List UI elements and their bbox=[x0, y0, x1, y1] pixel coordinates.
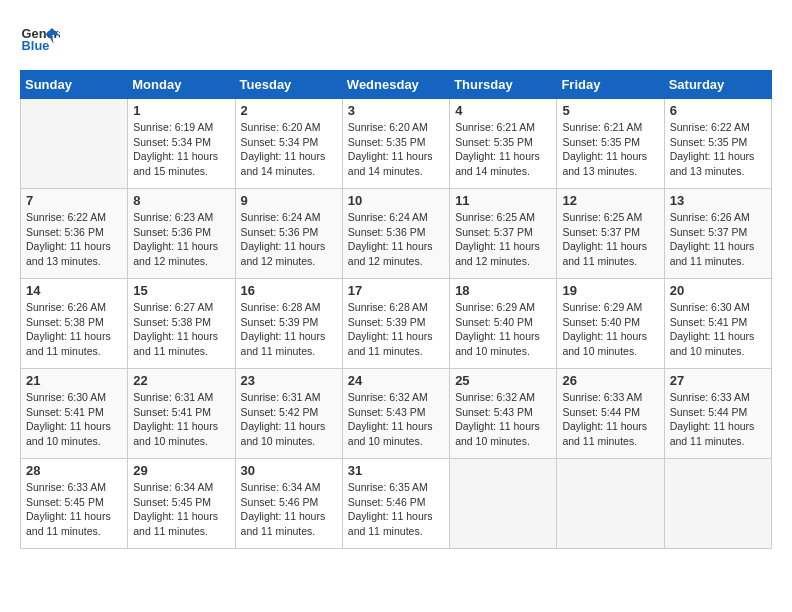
weekday-header-row: SundayMondayTuesdayWednesdayThursdayFrid… bbox=[21, 71, 772, 99]
day-info: Sunrise: 6:28 AM Sunset: 5:39 PM Dayligh… bbox=[241, 300, 337, 359]
calendar-cell: 1Sunrise: 6:19 AM Sunset: 5:34 PM Daylig… bbox=[128, 99, 235, 189]
day-number: 4 bbox=[455, 103, 551, 118]
logo-icon: General Blue bbox=[20, 20, 60, 60]
calendar-cell: 28Sunrise: 6:33 AM Sunset: 5:45 PM Dayli… bbox=[21, 459, 128, 549]
day-number: 2 bbox=[241, 103, 337, 118]
calendar-cell: 31Sunrise: 6:35 AM Sunset: 5:46 PM Dayli… bbox=[342, 459, 449, 549]
day-info: Sunrise: 6:31 AM Sunset: 5:42 PM Dayligh… bbox=[241, 390, 337, 449]
day-info: Sunrise: 6:32 AM Sunset: 5:43 PM Dayligh… bbox=[455, 390, 551, 449]
calendar-cell: 20Sunrise: 6:30 AM Sunset: 5:41 PM Dayli… bbox=[664, 279, 771, 369]
day-number: 22 bbox=[133, 373, 229, 388]
weekday-header-wednesday: Wednesday bbox=[342, 71, 449, 99]
day-number: 6 bbox=[670, 103, 766, 118]
calendar-cell: 2Sunrise: 6:20 AM Sunset: 5:34 PM Daylig… bbox=[235, 99, 342, 189]
day-info: Sunrise: 6:33 AM Sunset: 5:44 PM Dayligh… bbox=[670, 390, 766, 449]
day-number: 27 bbox=[670, 373, 766, 388]
calendar-cell: 11Sunrise: 6:25 AM Sunset: 5:37 PM Dayli… bbox=[450, 189, 557, 279]
calendar-cell: 19Sunrise: 6:29 AM Sunset: 5:40 PM Dayli… bbox=[557, 279, 664, 369]
day-number: 15 bbox=[133, 283, 229, 298]
day-info: Sunrise: 6:26 AM Sunset: 5:37 PM Dayligh… bbox=[670, 210, 766, 269]
calendar-cell: 12Sunrise: 6:25 AM Sunset: 5:37 PM Dayli… bbox=[557, 189, 664, 279]
day-info: Sunrise: 6:19 AM Sunset: 5:34 PM Dayligh… bbox=[133, 120, 229, 179]
day-number: 29 bbox=[133, 463, 229, 478]
day-number: 23 bbox=[241, 373, 337, 388]
day-info: Sunrise: 6:22 AM Sunset: 5:36 PM Dayligh… bbox=[26, 210, 122, 269]
calendar-cell: 9Sunrise: 6:24 AM Sunset: 5:36 PM Daylig… bbox=[235, 189, 342, 279]
day-number: 16 bbox=[241, 283, 337, 298]
day-number: 5 bbox=[562, 103, 658, 118]
calendar-cell: 21Sunrise: 6:30 AM Sunset: 5:41 PM Dayli… bbox=[21, 369, 128, 459]
calendar-cell: 24Sunrise: 6:32 AM Sunset: 5:43 PM Dayli… bbox=[342, 369, 449, 459]
calendar-cell bbox=[557, 459, 664, 549]
day-info: Sunrise: 6:25 AM Sunset: 5:37 PM Dayligh… bbox=[455, 210, 551, 269]
day-number: 20 bbox=[670, 283, 766, 298]
day-info: Sunrise: 6:24 AM Sunset: 5:36 PM Dayligh… bbox=[241, 210, 337, 269]
day-number: 1 bbox=[133, 103, 229, 118]
day-info: Sunrise: 6:20 AM Sunset: 5:35 PM Dayligh… bbox=[348, 120, 444, 179]
calendar-cell: 8Sunrise: 6:23 AM Sunset: 5:36 PM Daylig… bbox=[128, 189, 235, 279]
day-info: Sunrise: 6:21 AM Sunset: 5:35 PM Dayligh… bbox=[455, 120, 551, 179]
day-info: Sunrise: 6:22 AM Sunset: 5:35 PM Dayligh… bbox=[670, 120, 766, 179]
day-number: 30 bbox=[241, 463, 337, 478]
day-info: Sunrise: 6:27 AM Sunset: 5:38 PM Dayligh… bbox=[133, 300, 229, 359]
day-number: 28 bbox=[26, 463, 122, 478]
calendar-week-row: 14Sunrise: 6:26 AM Sunset: 5:38 PM Dayli… bbox=[21, 279, 772, 369]
day-info: Sunrise: 6:25 AM Sunset: 5:37 PM Dayligh… bbox=[562, 210, 658, 269]
calendar-cell: 14Sunrise: 6:26 AM Sunset: 5:38 PM Dayli… bbox=[21, 279, 128, 369]
calendar-cell: 17Sunrise: 6:28 AM Sunset: 5:39 PM Dayli… bbox=[342, 279, 449, 369]
day-number: 13 bbox=[670, 193, 766, 208]
day-number: 21 bbox=[26, 373, 122, 388]
calendar-body: 1Sunrise: 6:19 AM Sunset: 5:34 PM Daylig… bbox=[21, 99, 772, 549]
calendar-cell bbox=[664, 459, 771, 549]
day-info: Sunrise: 6:30 AM Sunset: 5:41 PM Dayligh… bbox=[670, 300, 766, 359]
day-number: 14 bbox=[26, 283, 122, 298]
calendar-week-row: 7Sunrise: 6:22 AM Sunset: 5:36 PM Daylig… bbox=[21, 189, 772, 279]
calendar-cell: 13Sunrise: 6:26 AM Sunset: 5:37 PM Dayli… bbox=[664, 189, 771, 279]
calendar-cell: 23Sunrise: 6:31 AM Sunset: 5:42 PM Dayli… bbox=[235, 369, 342, 459]
weekday-header-saturday: Saturday bbox=[664, 71, 771, 99]
day-info: Sunrise: 6:20 AM Sunset: 5:34 PM Dayligh… bbox=[241, 120, 337, 179]
weekday-header-monday: Monday bbox=[128, 71, 235, 99]
day-number: 10 bbox=[348, 193, 444, 208]
day-number: 31 bbox=[348, 463, 444, 478]
calendar-cell: 15Sunrise: 6:27 AM Sunset: 5:38 PM Dayli… bbox=[128, 279, 235, 369]
day-info: Sunrise: 6:29 AM Sunset: 5:40 PM Dayligh… bbox=[562, 300, 658, 359]
day-info: Sunrise: 6:34 AM Sunset: 5:45 PM Dayligh… bbox=[133, 480, 229, 539]
calendar-table: SundayMondayTuesdayWednesdayThursdayFrid… bbox=[20, 70, 772, 549]
day-info: Sunrise: 6:21 AM Sunset: 5:35 PM Dayligh… bbox=[562, 120, 658, 179]
calendar-cell: 29Sunrise: 6:34 AM Sunset: 5:45 PM Dayli… bbox=[128, 459, 235, 549]
day-number: 9 bbox=[241, 193, 337, 208]
day-info: Sunrise: 6:30 AM Sunset: 5:41 PM Dayligh… bbox=[26, 390, 122, 449]
weekday-header-thursday: Thursday bbox=[450, 71, 557, 99]
day-number: 8 bbox=[133, 193, 229, 208]
day-info: Sunrise: 6:28 AM Sunset: 5:39 PM Dayligh… bbox=[348, 300, 444, 359]
calendar-cell: 10Sunrise: 6:24 AM Sunset: 5:36 PM Dayli… bbox=[342, 189, 449, 279]
calendar-cell bbox=[450, 459, 557, 549]
calendar-cell: 5Sunrise: 6:21 AM Sunset: 5:35 PM Daylig… bbox=[557, 99, 664, 189]
weekday-header-tuesday: Tuesday bbox=[235, 71, 342, 99]
calendar-week-row: 28Sunrise: 6:33 AM Sunset: 5:45 PM Dayli… bbox=[21, 459, 772, 549]
calendar-cell: 26Sunrise: 6:33 AM Sunset: 5:44 PM Dayli… bbox=[557, 369, 664, 459]
day-number: 11 bbox=[455, 193, 551, 208]
calendar-cell: 4Sunrise: 6:21 AM Sunset: 5:35 PM Daylig… bbox=[450, 99, 557, 189]
calendar-cell: 3Sunrise: 6:20 AM Sunset: 5:35 PM Daylig… bbox=[342, 99, 449, 189]
day-info: Sunrise: 6:29 AM Sunset: 5:40 PM Dayligh… bbox=[455, 300, 551, 359]
day-number: 24 bbox=[348, 373, 444, 388]
calendar-week-row: 1Sunrise: 6:19 AM Sunset: 5:34 PM Daylig… bbox=[21, 99, 772, 189]
day-number: 18 bbox=[455, 283, 551, 298]
day-number: 12 bbox=[562, 193, 658, 208]
day-number: 17 bbox=[348, 283, 444, 298]
calendar-cell: 16Sunrise: 6:28 AM Sunset: 5:39 PM Dayli… bbox=[235, 279, 342, 369]
calendar-week-row: 21Sunrise: 6:30 AM Sunset: 5:41 PM Dayli… bbox=[21, 369, 772, 459]
calendar-cell: 30Sunrise: 6:34 AM Sunset: 5:46 PM Dayli… bbox=[235, 459, 342, 549]
day-info: Sunrise: 6:31 AM Sunset: 5:41 PM Dayligh… bbox=[133, 390, 229, 449]
calendar-cell: 6Sunrise: 6:22 AM Sunset: 5:35 PM Daylig… bbox=[664, 99, 771, 189]
svg-text:Blue: Blue bbox=[22, 38, 50, 53]
logo: General Blue bbox=[20, 20, 60, 60]
day-info: Sunrise: 6:33 AM Sunset: 5:44 PM Dayligh… bbox=[562, 390, 658, 449]
day-number: 26 bbox=[562, 373, 658, 388]
day-info: Sunrise: 6:34 AM Sunset: 5:46 PM Dayligh… bbox=[241, 480, 337, 539]
day-info: Sunrise: 6:35 AM Sunset: 5:46 PM Dayligh… bbox=[348, 480, 444, 539]
day-number: 3 bbox=[348, 103, 444, 118]
calendar-cell: 25Sunrise: 6:32 AM Sunset: 5:43 PM Dayli… bbox=[450, 369, 557, 459]
